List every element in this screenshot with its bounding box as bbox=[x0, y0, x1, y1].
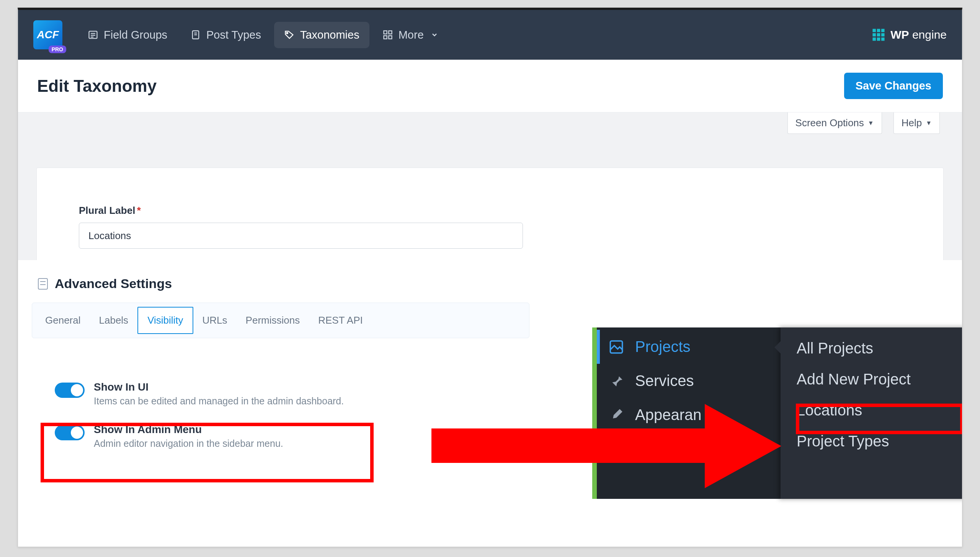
chevron-down-icon bbox=[429, 29, 440, 40]
brand-text: WP engine bbox=[890, 28, 947, 41]
tab-permissions[interactable]: Permissions bbox=[237, 308, 309, 333]
form-card: Plural Label * bbox=[36, 168, 944, 262]
wp-sub-locations[interactable]: Locations bbox=[781, 395, 962, 426]
screen-options-toggle[interactable]: Screen Options ▼ bbox=[787, 112, 882, 134]
tab-urls[interactable]: URLs bbox=[193, 308, 237, 333]
setting-title: Show In UI bbox=[94, 381, 344, 393]
doc-icon bbox=[190, 29, 201, 40]
settings-doc-icon bbox=[38, 278, 48, 290]
wp-sidebar-projects[interactable]: Projects bbox=[597, 330, 781, 364]
wp-submenu: All Projects Add New Project Locations P… bbox=[781, 327, 962, 499]
caret-down-icon: ▼ bbox=[926, 120, 932, 127]
list-icon bbox=[88, 29, 98, 40]
wp-item-label: Projects bbox=[635, 338, 691, 355]
help-toggle[interactable]: Help ▼ bbox=[893, 112, 940, 134]
wp-sidebar-services[interactable]: Services bbox=[597, 364, 781, 398]
svg-rect-19 bbox=[877, 37, 880, 41]
tab-general[interactable]: General bbox=[36, 308, 90, 333]
screen-options-row: Screen Options ▼ Help ▼ bbox=[18, 112, 962, 142]
toggle-show-in-ui[interactable] bbox=[55, 383, 85, 398]
nav-taxonomies[interactable]: Taxonomies bbox=[274, 22, 369, 48]
annotation-arrow bbox=[431, 404, 784, 484]
wp-item-label: Services bbox=[635, 372, 694, 389]
grid-icon bbox=[382, 29, 393, 40]
logo-text: ACF bbox=[37, 29, 59, 41]
topbar: ACF PRO Field Groups Post Types Taxonomi… bbox=[18, 10, 962, 60]
svg-rect-11 bbox=[389, 36, 392, 39]
svg-point-7 bbox=[286, 33, 288, 34]
svg-rect-9 bbox=[389, 31, 392, 34]
required-indicator: * bbox=[137, 205, 141, 216]
wp-sub-all-projects[interactable]: All Projects bbox=[781, 333, 962, 364]
wp-sub-add-new[interactable]: Add New Project bbox=[781, 364, 962, 395]
toggle-show-in-admin-menu[interactable] bbox=[55, 425, 85, 440]
nav-label: Taxonomies bbox=[300, 29, 359, 41]
screen-options-label: Screen Options bbox=[795, 117, 864, 129]
tab-labels[interactable]: Labels bbox=[90, 308, 138, 333]
advanced-header: Advanced Settings bbox=[32, 276, 529, 303]
wpengine-grid-icon bbox=[872, 28, 885, 41]
caret-down-icon: ▼ bbox=[868, 120, 874, 127]
nav-post-types[interactable]: Post Types bbox=[180, 22, 271, 48]
submenu-pointer-icon bbox=[774, 341, 781, 353]
svg-rect-13 bbox=[877, 29, 880, 32]
tab-visibility[interactable]: Visibility bbox=[137, 307, 193, 334]
advanced-tabs: General Labels Visibility URLs Permissio… bbox=[32, 303, 529, 338]
setting-desc: Admin editor navigation in the sidebar m… bbox=[94, 438, 283, 449]
svg-rect-18 bbox=[873, 37, 876, 41]
svg-rect-15 bbox=[873, 33, 876, 37]
nav-more[interactable]: More bbox=[372, 22, 450, 48]
nav-label: Field Groups bbox=[104, 29, 167, 41]
advanced-heading: Advanced Settings bbox=[55, 276, 172, 291]
save-button[interactable]: Save Changes bbox=[844, 73, 943, 99]
svg-rect-8 bbox=[384, 31, 387, 34]
svg-rect-10 bbox=[384, 36, 387, 39]
tab-rest-api[interactable]: REST API bbox=[309, 308, 372, 333]
page-title: Edit Taxonomy bbox=[37, 77, 157, 96]
svg-rect-12 bbox=[873, 29, 876, 32]
plural-label-input[interactable] bbox=[79, 223, 523, 249]
pin-icon bbox=[608, 373, 624, 389]
tag-icon bbox=[284, 29, 295, 40]
pro-badge: PRO bbox=[49, 46, 66, 53]
nav-label: Post Types bbox=[206, 29, 261, 41]
wp-sub-project-types[interactable]: Project Types bbox=[781, 426, 962, 457]
svg-rect-17 bbox=[881, 33, 885, 37]
app-frame: ACF PRO Field Groups Post Types Taxonomi… bbox=[18, 8, 962, 547]
help-label: Help bbox=[902, 117, 922, 129]
nav-label: More bbox=[399, 29, 424, 41]
plural-label-text: Plural Label bbox=[79, 205, 135, 216]
svg-rect-14 bbox=[881, 29, 885, 32]
svg-rect-20 bbox=[881, 37, 885, 41]
titlebar: Edit Taxonomy Save Changes bbox=[18, 60, 962, 112]
wpengine-brand: WP engine bbox=[872, 28, 947, 41]
acf-logo: ACF PRO bbox=[33, 20, 62, 49]
svg-rect-16 bbox=[877, 33, 880, 37]
setting-title: Show In Admin Menu bbox=[94, 423, 283, 436]
setting-desc: Items can be edited and managed in the a… bbox=[94, 396, 344, 407]
nav-field-groups[interactable]: Field Groups bbox=[78, 22, 177, 48]
image-icon bbox=[608, 339, 624, 355]
